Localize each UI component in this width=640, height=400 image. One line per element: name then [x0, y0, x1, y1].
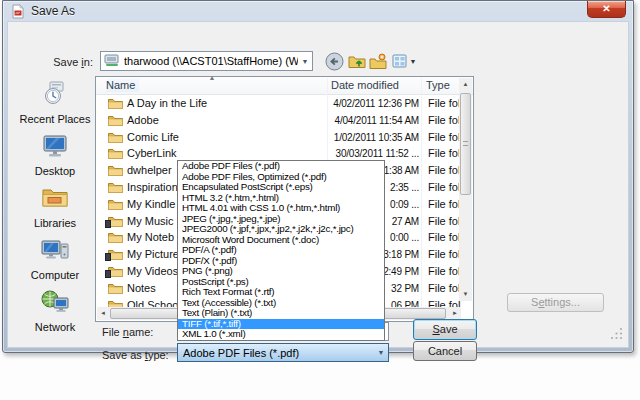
- save-as-type-label: Save as type:: [102, 349, 169, 361]
- scroll-down-icon[interactable]: ▼: [459, 288, 472, 301]
- title-bar[interactable]: Save As ✕: [3, 1, 633, 21]
- format-option[interactable]: Adobe PDF Files (*.pdf): [178, 161, 384, 172]
- file-name-cell: My Kindle: [127, 198, 175, 210]
- computer-icon: [40, 236, 70, 263]
- folder-icon: [108, 147, 123, 159]
- file-name-cell: My Music: [127, 215, 173, 227]
- format-option[interactable]: HTML 3.2 (*.htm,*.html): [178, 193, 384, 204]
- column-header-type[interactable]: Type: [426, 79, 450, 91]
- back-icon: [325, 52, 344, 71]
- folder-badge-icon: [105, 253, 111, 261]
- table-row[interactable]: Comic Life 1/02/2011 10:35 AM File fol: [97, 129, 461, 146]
- sidebar-item-label: Computer: [15, 269, 95, 281]
- column-header-date-modified[interactable]: Date modified: [331, 79, 399, 91]
- folder-icon: [108, 198, 123, 210]
- file-name-cell: A Day in the Life: [127, 97, 207, 109]
- up-one-level-icon: [348, 53, 366, 69]
- type-cell: File fol: [428, 282, 461, 294]
- file-name-cell: My Picture: [127, 248, 179, 260]
- sidebar-item-label: Desktop: [15, 165, 95, 177]
- table-row[interactable]: Adobe 4/04/2011 11:54 AM File fol: [97, 112, 461, 129]
- type-cell: File fol: [428, 97, 461, 109]
- new-folder-button[interactable]: [368, 51, 388, 71]
- sidebar-item-network[interactable]: Network: [15, 288, 95, 333]
- format-option[interactable]: JPEG (*.jpg,*.jpeg,*.jpe): [178, 214, 384, 225]
- format-option[interactable]: XML 1.0 (*.xml): [178, 329, 384, 340]
- folder-icon: [108, 231, 123, 243]
- format-option[interactable]: Adobe PDF Files, Optimized (*.pdf): [178, 172, 384, 183]
- format-option[interactable]: Text (Accessible) (*.txt): [178, 298, 384, 309]
- sidebar-item-label: Libraries: [15, 217, 95, 229]
- save-button[interactable]: Save: [413, 319, 477, 340]
- save-as-dialog: Save As ✕ Save in: tharwood (\\ACST01\St…: [2, 0, 634, 353]
- format-option[interactable]: PNG (*.png): [178, 266, 384, 277]
- libraries-icon: [40, 184, 70, 211]
- sidebar-item-label: Recent Places: [15, 113, 95, 125]
- vertical-scroll-thumb[interactable]: [460, 93, 471, 195]
- sidebar-item-recent-places[interactable]: Recent Places: [15, 79, 95, 125]
- chevron-down-icon: ▼: [298, 58, 312, 65]
- format-option[interactable]: TIFF (*.tif,*.tiff): [178, 319, 384, 330]
- file-name-label: File name:: [102, 326, 153, 338]
- up-one-level-button[interactable]: [347, 51, 367, 71]
- type-cell: File fol: [428, 181, 461, 193]
- file-name-cell: Comic Life: [127, 131, 179, 143]
- sidebar-item-libraries[interactable]: Libraries: [15, 184, 95, 229]
- date-modified-cell: 4/04/2011 11:54 AM: [329, 115, 419, 126]
- sidebar-item-computer[interactable]: Computer: [15, 236, 95, 281]
- file-name-cell: dwhelper: [127, 164, 172, 176]
- vertical-scrollbar[interactable]: ▲ ▼: [459, 78, 472, 301]
- table-row[interactable]: A Day in the Life 4/02/2011 12:36 PM Fil…: [97, 95, 461, 112]
- save-in-value: tharwood (\\ACST01\StaffHome) (W:): [124, 55, 298, 67]
- save-in-label: Save in:: [43, 56, 93, 68]
- view-menu-button[interactable]: ▼: [389, 51, 419, 71]
- folder-icon: [108, 97, 123, 109]
- save-as-type-combobox[interactable]: Adobe PDF Files (*.pdf) ▼: [177, 343, 389, 362]
- folder-icon: [108, 215, 123, 227]
- format-option[interactable]: PostScript (*.ps): [178, 277, 384, 288]
- type-cell: File fol: [428, 164, 461, 176]
- view-menu-icon: [392, 53, 408, 69]
- format-option[interactable]: JPEG2000 (*.jpf,*.jpx,*.jp2,*.j2k,*.j2c,…: [178, 224, 384, 235]
- file-name-cell: Inspiration: [127, 181, 178, 193]
- file-name-cell: Notes: [127, 282, 156, 294]
- chevron-down-icon: ▼: [410, 58, 417, 65]
- resize-grip[interactable]: [610, 326, 623, 344]
- format-option[interactable]: Microsoft Word Document (*.doc): [178, 235, 384, 246]
- format-option[interactable]: Rich Text Format (*.rtf): [178, 287, 384, 298]
- dialog-body: Save in: tharwood (\\ACST01\StaffHome) (…: [7, 21, 629, 348]
- save-as-type-dropdown-list: Adobe PDF Files (*.pdf) Adobe PDF Files,…: [177, 160, 385, 341]
- format-option[interactable]: HTML 4.01 with CSS 1.0 (*.htm,*.html): [178, 203, 384, 214]
- settings-button: Settings...: [507, 293, 604, 312]
- folder-icon: [108, 114, 123, 126]
- folder-badge-icon: [105, 220, 111, 228]
- type-cell: File fol: [428, 215, 461, 227]
- network-drive-icon: [104, 53, 120, 69]
- format-option[interactable]: PDF/X (*.pdf): [178, 256, 384, 267]
- close-button[interactable]: ✕: [587, 1, 626, 18]
- new-folder-icon: [369, 53, 387, 70]
- save-as-type-value: Adobe PDF Files (*.pdf): [183, 347, 299, 359]
- format-option[interactable]: PDF/A (*.pdf): [178, 245, 384, 256]
- date-modified-cell: 1/02/2011 10:35 AM: [329, 132, 419, 143]
- scroll-left-icon[interactable]: ◄: [97, 307, 109, 320]
- file-name-cell: Adobe: [127, 114, 159, 126]
- sidebar-item-desktop[interactable]: Desktop: [15, 132, 95, 177]
- scroll-up-icon[interactable]: ▲: [459, 78, 472, 91]
- back-button[interactable]: [324, 51, 344, 71]
- format-option[interactable]: Text (Plain) (*.txt): [178, 308, 384, 319]
- type-cell: File fol: [428, 198, 461, 210]
- date-modified-cell: 30/03/2011 11:52 ...: [329, 148, 419, 159]
- date-modified-cell: 4/02/2011 12:36 PM: [329, 98, 419, 109]
- file-name-cell: CyberLink: [127, 147, 177, 159]
- save-in-combobox[interactable]: tharwood (\\ACST01\StaffHome) (W:) ▼: [100, 51, 313, 71]
- file-name-cell: My Noteb: [127, 231, 174, 243]
- format-option[interactable]: Encapsulated PostScript (*.eps): [178, 182, 384, 193]
- type-cell: File fol: [428, 114, 461, 126]
- chevron-down-icon: ▼: [374, 349, 388, 356]
- list-header: ▲ Name Date modified Type: [96, 77, 473, 95]
- folder-icon: [108, 282, 123, 294]
- folder-icon: [108, 181, 123, 193]
- cancel-button[interactable]: Cancel: [413, 341, 477, 361]
- column-header-name[interactable]: Name: [106, 79, 139, 92]
